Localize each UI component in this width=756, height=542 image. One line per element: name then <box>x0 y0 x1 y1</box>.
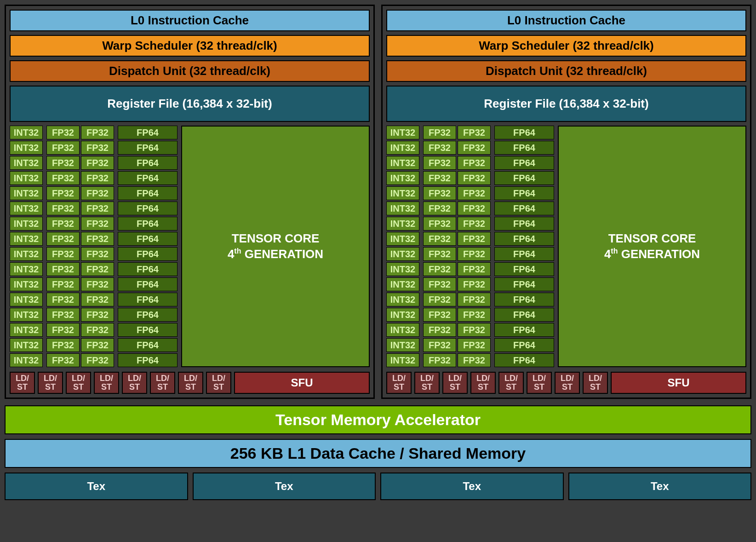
fp32-unit: FP32 <box>423 232 456 246</box>
fp64-unit: FP64 <box>494 293 554 306</box>
fp32-unit: FP32 <box>423 126 456 139</box>
int32-unit: INT32 <box>386 171 419 185</box>
ldst-unit: LD/ST <box>38 372 63 394</box>
int32-unit: INT32 <box>10 247 43 261</box>
fp32-unit-pair: FP32FP32 <box>423 141 491 155</box>
fp32-unit-pair: FP32FP32 <box>423 156 491 170</box>
fp64-unit: FP64 <box>494 232 554 246</box>
fp32-unit-pair: FP32FP32 <box>423 308 491 322</box>
fp32-unit: FP32 <box>423 308 456 322</box>
fp64-unit: FP64 <box>494 338 554 352</box>
fp32-unit: FP32 <box>81 338 114 352</box>
register-file: Register File (16,384 x 32-bit) <box>386 86 746 122</box>
fp32-unit: FP32 <box>423 338 456 352</box>
int32-unit: INT32 <box>10 232 43 246</box>
tensor-core-gen-text: GENERATION <box>618 247 700 261</box>
int32-unit: INT32 <box>386 293 419 306</box>
fp32-unit: FP32 <box>423 202 456 215</box>
fp64-unit: FP64 <box>118 202 178 215</box>
sm-partition: L0 Instruction Cache Warp Scheduler (32 … <box>5 5 375 399</box>
fp32-unit-pair: FP32FP32 <box>423 202 491 215</box>
warp-scheduler: Warp Scheduler (32 thread/clk) <box>386 35 746 57</box>
l0-instruction-cache: L0 Instruction Cache <box>10 10 370 31</box>
tex-unit: Tex <box>380 473 564 500</box>
fp32-unit-pair: FP32FP32 <box>46 171 114 185</box>
l1-data-cache: 256 KB L1 Data Cache / Shared Memory <box>5 439 751 468</box>
compute-units-row: INT32INT32INT32INT32INT32INT32INT32INT32… <box>386 126 746 367</box>
fp32-unit: FP32 <box>81 217 114 231</box>
fp32-unit: FP32 <box>423 171 456 185</box>
tex-row: TexTexTexTex <box>5 473 751 500</box>
fp64-unit: FP64 <box>118 277 178 291</box>
fp32-unit: FP32 <box>458 323 491 337</box>
fp32-unit: FP32 <box>81 141 114 155</box>
fp32-unit: FP32 <box>46 156 80 170</box>
fp32-unit: FP32 <box>46 277 80 291</box>
fp64-unit: FP64 <box>494 308 554 322</box>
fp32-unit: FP32 <box>458 217 491 231</box>
fp32-unit: FP32 <box>81 232 114 246</box>
fp64-unit: FP64 <box>118 338 178 352</box>
fp64-unit: FP64 <box>118 141 178 155</box>
fp32-unit-pair: FP32FP32 <box>423 126 491 139</box>
ldst-unit: LD/ST <box>66 372 91 394</box>
int32-column: INT32INT32INT32INT32INT32INT32INT32INT32… <box>10 126 43 367</box>
fp64-unit: FP64 <box>494 323 554 337</box>
int32-unit: INT32 <box>386 141 419 155</box>
fp32-unit: FP32 <box>423 323 456 337</box>
fp64-unit: FP64 <box>118 353 178 367</box>
int32-unit: INT32 <box>10 277 43 291</box>
int32-unit: INT32 <box>386 156 419 170</box>
fp32-unit-pair: FP32FP32 <box>423 338 491 352</box>
fp32-unit: FP32 <box>458 262 491 276</box>
fp32-unit: FP32 <box>423 277 456 291</box>
fp32-unit-pair: FP32FP32 <box>46 353 114 367</box>
int32-unit: INT32 <box>10 141 43 155</box>
fp32-unit-pair: FP32FP32 <box>46 217 114 231</box>
fp32-unit: FP32 <box>458 156 491 170</box>
ldst-unit: LD/ST <box>555 372 580 394</box>
fp32-unit-pair: FP32FP32 <box>46 338 114 352</box>
fp32-column: FP32FP32FP32FP32FP32FP32FP32FP32FP32FP32… <box>46 126 114 367</box>
fp32-unit: FP32 <box>46 262 80 276</box>
fp32-unit: FP32 <box>46 353 80 367</box>
fp32-unit-pair: FP32FP32 <box>423 293 491 306</box>
fp32-unit: FP32 <box>423 353 456 367</box>
ldst-unit: LD/ST <box>122 372 147 394</box>
tex-unit: Tex <box>5 473 188 500</box>
fp64-unit: FP64 <box>118 186 178 200</box>
fp32-unit-pair: FP32FP32 <box>46 126 114 139</box>
fp32-unit: FP32 <box>81 171 114 185</box>
int32-unit: INT32 <box>10 353 43 367</box>
fp32-unit-pair: FP32FP32 <box>423 323 491 337</box>
tensor-core-gen-num: 4 <box>604 247 611 261</box>
int32-unit: INT32 <box>10 126 43 139</box>
fp64-unit: FP64 <box>118 262 178 276</box>
int32-unit: INT32 <box>386 247 419 261</box>
int32-unit: INT32 <box>10 338 43 352</box>
fp32-unit: FP32 <box>458 186 491 200</box>
int32-unit: INT32 <box>386 353 419 367</box>
fp32-unit: FP32 <box>81 277 114 291</box>
tensor-core-gen-sup: th <box>234 247 241 255</box>
fp32-unit: FP32 <box>81 202 114 215</box>
fp64-unit: FP64 <box>494 156 554 170</box>
fp32-unit: FP32 <box>423 262 456 276</box>
fp32-unit: FP32 <box>46 186 80 200</box>
sfu-unit: SFU <box>611 372 746 394</box>
tensor-core: TENSOR CORE 4th GENERATION <box>181 126 370 367</box>
sfu-unit: SFU <box>234 372 370 394</box>
tensor-core-gen-text: GENERATION <box>241 247 323 261</box>
fp32-unit: FP32 <box>81 262 114 276</box>
int32-column: INT32INT32INT32INT32INT32INT32INT32INT32… <box>386 126 419 367</box>
fp64-column: FP64FP64FP64FP64FP64FP64FP64FP64FP64FP64… <box>118 126 178 367</box>
fp32-unit: FP32 <box>81 186 114 200</box>
int32-unit: INT32 <box>386 126 419 139</box>
fp32-unit: FP32 <box>46 202 80 215</box>
int32-unit: INT32 <box>386 262 419 276</box>
fp32-unit: FP32 <box>423 293 456 306</box>
fp32-unit: FP32 <box>46 232 80 246</box>
fp64-unit: FP64 <box>494 217 554 231</box>
fp32-column: FP32FP32FP32FP32FP32FP32FP32FP32FP32FP32… <box>423 126 491 367</box>
int32-unit: INT32 <box>386 308 419 322</box>
